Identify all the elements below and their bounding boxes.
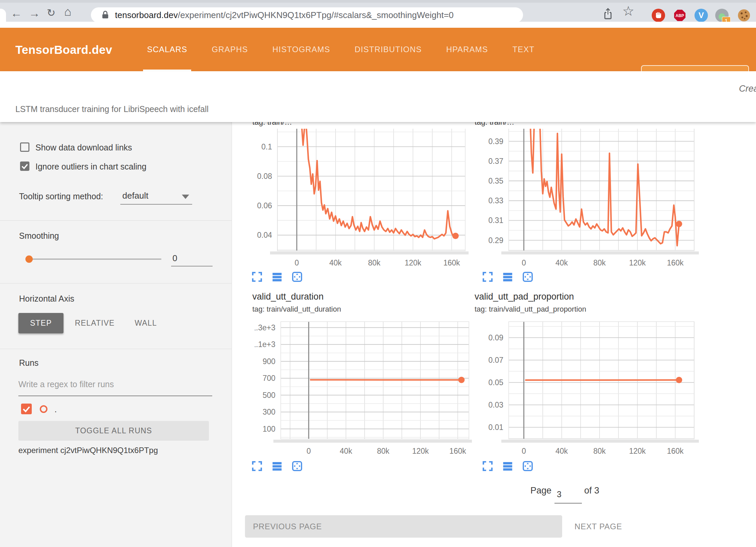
svg-text:160k: 160k [667,447,683,455]
reload-icon[interactable]: ↻ [47,7,55,19]
ignore-outliers-label: Ignore outliers in chart scaling [35,162,146,172]
svg-text:0: 0 [522,447,526,455]
svg-text:0.08: 0.08 [257,172,272,181]
expand-icon[interactable] [482,271,494,283]
runs-list-icon[interactable] [502,271,514,283]
extension-abp-icon[interactable]: ABP [673,9,686,22]
svg-text:40k: 40k [555,447,568,455]
runs-list-icon[interactable] [271,271,283,283]
dropdown-arrow-icon[interactable] [182,195,189,199]
smoothing-value-underline [171,266,213,266]
app-header: TensorBoard.dev SCALARSGRAPHSHISTOGRAMSD… [0,28,756,71]
smoothing-slider-handle[interactable] [25,255,33,263]
chart4-tag: tag: train/valid_utt_pad_proportion [475,305,586,314]
bookmark-star-icon[interactable]: ☆ [622,5,634,17]
address-bar[interactable]: tensorboard.dev/experiment/cj2vtPiwQHKN9… [91,7,523,23]
toggle-all-runs-button[interactable]: TOGGLE ALL RUNS [18,421,209,441]
nav-tabs: SCALARSGRAPHSHISTOGRAMSDISTRIBUTIONSHPAR… [143,28,538,71]
expand-icon[interactable] [251,271,263,283]
page: ← → ↻ ⌂ tensorboard.dev/experiment/cj2vt… [0,0,756,547]
chart-valid-utt-duration[interactable]: 1003005007009001.1e+31.3e+3040k80k120k16… [255,317,472,459]
svg-text:160k: 160k [450,447,466,455]
svg-text:0: 0 [295,258,299,267]
svg-text:0.05: 0.05 [488,378,503,387]
forward-icon[interactable]: → [29,7,40,19]
extension-cookie-icon[interactable] [737,9,751,22]
fit-domain-icon[interactable] [291,271,303,283]
svg-text:160k: 160k [444,258,460,267]
run-name: . [54,405,57,414]
fit-domain-icon[interactable] [522,271,534,283]
horizontal-axis-label: Horizontal Axis [19,294,74,304]
smoothing-value[interactable]: 0 [172,253,177,263]
tab-graphs[interactable]: GRAPHS [208,28,252,71]
runs-filter-input[interactable]: Write a regex to filter runs [18,379,114,389]
run-color-swatch[interactable] [40,405,47,413]
experiment-id-text: experiment cj2vtPiwQHKN9Q1tx6PTpg [18,446,158,455]
svg-text:0.01: 0.01 [488,423,503,432]
svg-text:120k: 120k [629,447,646,455]
run-checkbox[interactable] [21,404,32,414]
previous-page-button[interactable]: PREVIOUS PAGE [245,515,562,538]
svg-text:0.37: 0.37 [488,157,503,166]
url-domain: tensorboard.dev [115,10,178,20]
svg-text:700: 700 [263,374,275,382]
tab-histograms[interactable]: HISTOGRAMS [268,28,334,71]
chart3-toolbar [251,460,303,472]
window-top-edge [0,0,756,3]
tooltip-sorting-select[interactable]: default [122,191,148,201]
app-logo: TensorBoard.dev [15,43,112,57]
ignore-outliers-checkbox[interactable] [20,161,29,171]
tab-hparams[interactable]: HPARAMS [442,28,492,71]
chart-scalars-2[interactable]: 0.290.310.330.350.370.39040k80k120k160k [484,129,700,271]
tab-scalars[interactable]: SCALARS [143,28,191,71]
show-download-label: Show data download links [35,143,132,152]
svg-text:0.09: 0.09 [488,333,503,342]
axis-wall-button[interactable]: WALL [135,319,157,328]
page-number-input[interactable]: 3 [557,489,561,499]
expand-icon[interactable] [482,460,494,472]
tab-distributions[interactable]: DISTRIBUTIONS [351,28,426,71]
next-page-button[interactable]: NEXT PAGE [575,515,622,538]
chrome-content-gap [0,22,756,28]
axis-relative-button[interactable]: RELATIVE [75,319,115,328]
svg-text:100: 100 [263,425,275,433]
axis-step-button[interactable]: STEP [18,313,64,333]
chart-scalars-1[interactable]: 0.040.060.080.1040k80k120k160k [255,129,469,271]
back-icon[interactable]: ← [11,7,22,19]
extension-v-icon[interactable]: V [695,9,708,22]
fit-domain-icon[interactable] [291,460,303,472]
tab-text[interactable]: TEXT [508,28,538,71]
svg-text:900: 900 [263,357,275,366]
url-text: tensorboard.dev/experiment/cj2vtPiwQHKN9… [115,10,454,20]
runs-list-icon[interactable] [271,460,283,472]
runs-list-icon[interactable] [502,460,514,472]
smoothing-slider-track[interactable] [29,258,161,260]
divider [0,349,232,349]
svg-text:80k: 80k [593,447,606,455]
svg-text:80k: 80k [377,447,390,455]
share-icon[interactable] [602,7,614,21]
divider [0,283,232,284]
svg-text:300: 300 [263,408,275,416]
extension-blocker-icon[interactable] [652,9,665,22]
browser-toolbar: ← → ↻ ⌂ tensorboard.dev/experiment/cj2vt… [0,0,756,22]
svg-text:0: 0 [522,258,526,267]
expand-icon[interactable] [251,460,263,472]
chart3-tag: tag: train/valid_utt_duration [252,305,341,314]
page-of-label: of 3 [584,485,599,496]
fit-domain-icon[interactable] [522,460,534,472]
svg-text:40k: 40k [340,447,353,455]
svg-text:0.31: 0.31 [488,216,503,225]
chart3-title: valid_utt_duration [252,292,324,302]
clipped-right-text: Crea [739,84,756,94]
svg-text:0.04: 0.04 [257,231,272,239]
chart1-toolbar [251,271,303,283]
show-download-checkbox[interactable] [20,142,29,152]
settings-sidebar: Show data download links Ignore outliers… [0,122,232,547]
chart-valid-utt-pad-proportion[interactable]: 0.010.030.050.070.09040k80k120k160k [484,317,700,459]
svg-text:0.35: 0.35 [488,177,503,185]
check-icon [21,404,32,414]
lock-icon [100,10,110,20]
home-icon[interactable]: ⌂ [64,6,72,17]
